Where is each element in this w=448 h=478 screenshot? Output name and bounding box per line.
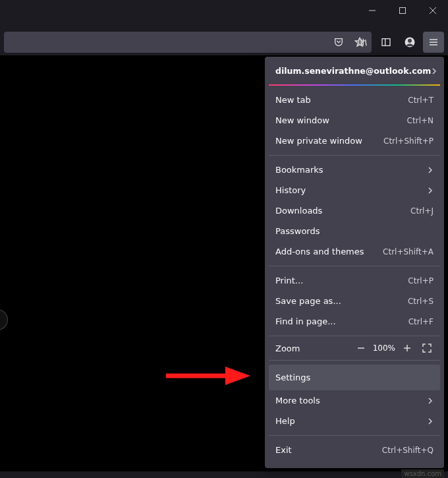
menu-new-tab[interactable]: New tab Ctrl+T [265,90,444,110]
menu-exit[interactable]: Exit Ctrl+Shift+Q [265,440,444,460]
fullscreen-icon[interactable] [419,340,435,356]
sidebar-icon[interactable] [376,32,397,53]
minimize-button[interactable] [357,0,387,21]
url-bar[interactable] [4,32,372,53]
chevron-right-icon [431,68,437,75]
chevron-right-icon [427,167,434,173]
account-menu-item[interactable]: dilum.senevirathne@outlook.com [265,57,444,84]
svg-rect-1 [400,8,406,14]
chevron-right-icon [427,418,434,425]
menu-section-new: New tab Ctrl+T New window Ctrl+N New pri… [265,86,444,155]
menu-print[interactable]: Print... Ctrl+P [265,270,444,291]
menu-section-library: Bookmarks History Downloads Ctrl+J Passw… [265,156,444,266]
menu-bookmarks[interactable]: Bookmarks [265,160,444,180]
chevron-right-icon [427,398,434,404]
menu-new-window[interactable]: New window Ctrl+N [265,110,444,131]
window-controls [357,0,448,21]
menu-help[interactable]: Help [265,411,444,431]
menu-section-tools: Settings More tools Help [265,361,444,435]
app-menu: dilum.senevirathne@outlook.com New tab C… [265,57,444,468]
window-titlebar [0,0,448,29]
chevron-right-icon [427,187,434,194]
menu-zoom-row: Zoom 100% [265,336,444,360]
zoom-in-button[interactable] [399,340,415,356]
pocket-icon[interactable] [328,32,349,53]
account-avatar-icon[interactable] [399,32,420,53]
hamburger-menu-button[interactable] [423,32,444,53]
watermark: wsxdn.com [401,469,444,478]
menu-history[interactable]: History [265,180,444,200]
menu-find-in-page[interactable]: Find in page... Ctrl+F [265,311,444,332]
svg-point-7 [408,39,412,43]
menu-save-page[interactable]: Save page as... Ctrl+S [265,291,444,311]
svg-rect-4 [382,39,390,46]
menu-addons[interactable]: Add-ons and themes Ctrl+Shift+A [265,241,444,262]
toolbar-right-icons [328,32,444,53]
menu-downloads[interactable]: Downloads Ctrl+J [265,200,444,221]
menu-settings[interactable]: Settings [269,365,440,390]
zoom-label: Zoom [275,344,353,353]
menu-section-page: Print... Ctrl+P Save page as... Ctrl+S F… [265,266,444,336]
menu-more-tools[interactable]: More tools [265,390,444,411]
close-button[interactable] [418,0,448,21]
menu-new-private-window[interactable]: New private window Ctrl+Shift+P [265,131,444,151]
zoom-out-button[interactable] [353,340,369,356]
zoom-value: 100% [373,344,395,353]
menu-passwords[interactable]: Passwords [265,221,444,241]
library-icon[interactable] [352,32,373,53]
maximize-button[interactable] [387,0,418,21]
account-email: dilum.senevirathne@outlook.com [275,66,431,76]
menu-section-exit: Exit Ctrl+Shift+Q [265,436,444,464]
